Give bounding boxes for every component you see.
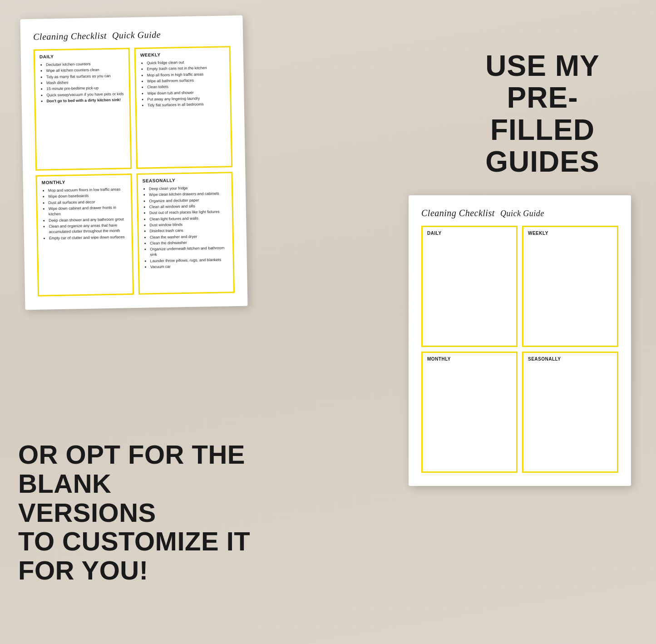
text-line-1: USE MY xyxy=(456,50,629,82)
right-card-title: Cleaning Checklist Quick Guide xyxy=(421,208,618,218)
section-blank-monthly-label: MONTHLY xyxy=(427,357,512,362)
left-card-title-italic: Quick Guide xyxy=(112,30,161,40)
text-overlay-bottom: OR OPT FOR THE BLANK VERSIONS TO CUSTOMI… xyxy=(18,440,254,585)
right-card-title-italic: Quick Guide xyxy=(500,209,544,218)
section-blank-seasonally: SEASONALLY xyxy=(522,352,618,473)
section-seasonally-list: Deep clean your fridge Wipe clean kitche… xyxy=(143,184,228,270)
text-line-opt-1: OR OPT FOR THE xyxy=(18,440,254,469)
section-daily-label: DAILY xyxy=(39,53,124,59)
section-weekly-label: WEEKLY xyxy=(140,51,225,57)
left-card-title-bold: Cleaning Checklist xyxy=(33,30,107,42)
left-card: Cleaning Checklist Quick Guide DAILY Dec… xyxy=(20,15,247,310)
list-item: Empty car of clutter and wipe down surfa… xyxy=(49,234,127,241)
section-monthly-label: MONTHLY xyxy=(42,178,126,185)
text-line-opt-2: BLANK VERSIONS xyxy=(18,469,254,527)
text-line-opt-4: FOR YOU! xyxy=(18,556,254,585)
section-blank-weekly-label: WEEKLY xyxy=(528,231,612,236)
section-monthly: MONTHLY Mop and vacuum floors in low tra… xyxy=(35,173,134,297)
list-item: Organize underneath kitchen and bathroom… xyxy=(150,245,228,258)
section-daily-list: Declutter kitchen counters Wipe all kitc… xyxy=(39,60,125,104)
text-line-3: GUIDES xyxy=(456,146,629,178)
text-line-2: PRE-FILLED xyxy=(456,82,629,146)
section-seasonally: SEASONALLY Deep clean your fridge Wipe c… xyxy=(136,172,235,295)
right-card-title-bold: Cleaning Checklist xyxy=(421,208,495,218)
section-monthly-list: Mop and vacuum floors in low traffic are… xyxy=(42,186,127,241)
left-card-title: Cleaning Checklist Quick Guide xyxy=(33,28,230,42)
list-item: Tidy flat surfaces in all bedrooms xyxy=(148,101,226,108)
right-card-grid: DAILY WEEKLY MONTHLY SEASONALLY xyxy=(421,226,618,473)
text-line-opt-3: TO CUSTOMIZE IT xyxy=(18,527,254,556)
section-blank-seasonally-label: SEASONALLY xyxy=(528,357,612,362)
section-weekly: WEEKLY Quick fridge clean out Empty tras… xyxy=(134,46,233,169)
section-weekly-list: Quick fridge clean out Empty trash cans … xyxy=(140,59,226,108)
list-item: Clean and organize any areas that have a… xyxy=(49,222,127,235)
section-blank-daily: DAILY xyxy=(421,226,518,347)
right-card: Cleaning Checklist Quick Guide DAILY WEE… xyxy=(409,195,631,486)
section-blank-daily-label: DAILY xyxy=(427,231,512,236)
text-overlay-top: USE MY PRE-FILLED GUIDES xyxy=(456,50,629,178)
list-item: Don't go to bed with a dirty kitchen sin… xyxy=(46,97,124,104)
section-blank-weekly: WEEKLY xyxy=(522,226,618,347)
list-item: Vacuum car xyxy=(150,263,228,269)
section-blank-monthly: MONTHLY xyxy=(421,352,518,473)
left-card-grid: DAILY Declutter kitchen counters Wipe al… xyxy=(34,46,235,296)
list-item: Wipe down cabinet and drawer fronts in k… xyxy=(49,204,127,217)
section-daily: DAILY Declutter kitchen counters Wipe al… xyxy=(34,48,132,171)
section-seasonally-label: SEASONALLY xyxy=(143,177,227,183)
